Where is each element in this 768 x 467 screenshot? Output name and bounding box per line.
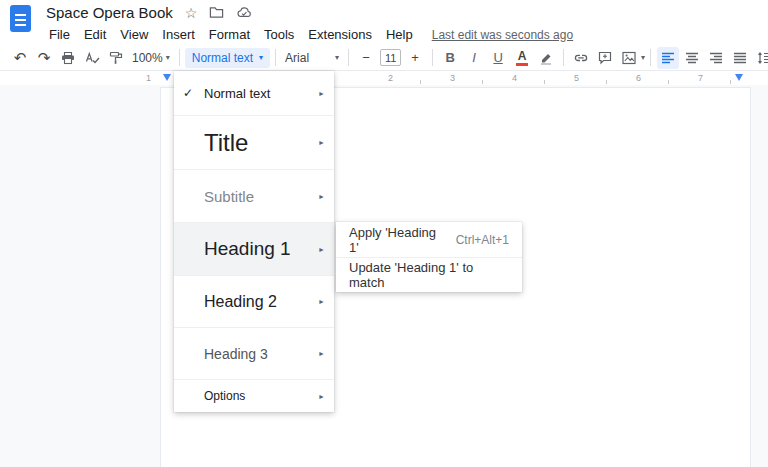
increase-font-size-button[interactable]: + (404, 47, 426, 69)
font-size-input[interactable]: 11 (380, 49, 401, 66)
style-menu-item-subtitle[interactable]: Subtitle ► (174, 169, 334, 222)
undo-button[interactable]: ↶ (9, 47, 31, 69)
toolbar-separator (563, 49, 564, 66)
style-menu-item-label: Subtitle (204, 188, 254, 205)
style-menu-item-label: Heading 2 (204, 293, 277, 311)
menu-format[interactable]: Format (202, 25, 257, 44)
style-menu-item-heading-2[interactable]: Heading 2 ► (174, 275, 334, 327)
style-menu-item-title[interactable]: Title ► (174, 115, 334, 169)
menu-view[interactable]: View (113, 25, 155, 44)
text-color-button[interactable]: A (511, 47, 533, 69)
align-left-button[interactable] (657, 47, 679, 69)
font-dropdown-arrow-icon: ▾ (335, 53, 339, 62)
ruler-number: 7 (698, 72, 703, 85)
toolbar: ↶ ↷ 100% ▾ Normal text ▾ Arial ▾ − 11 + … (0, 45, 768, 71)
ruler[interactable]: 1 2 3 4 5 6 7 (0, 72, 768, 85)
menu-edit[interactable]: Edit (77, 25, 113, 44)
check-icon: ✓ (183, 86, 193, 100)
font-select[interactable]: Arial ▾ (281, 47, 343, 69)
submenu-arrow-icon: ► (318, 298, 325, 305)
style-menu-item-heading-3[interactable]: Heading 3 ► (174, 327, 334, 379)
styles-dropdown-menu: ✓ Normal text ► Title ► Subtitle ► Headi… (174, 71, 334, 412)
ruler-number: 4 (512, 72, 517, 85)
menu-tools[interactable]: Tools (257, 25, 301, 44)
insert-link-button[interactable] (570, 47, 592, 69)
menubar: File Edit View Insert Format Tools Exten… (42, 25, 573, 44)
docs-logo-icon[interactable] (10, 5, 31, 32)
menu-extensions[interactable]: Extensions (301, 25, 379, 44)
paint-format-button[interactable] (105, 47, 127, 69)
zoom-select[interactable]: 100% ▾ (128, 47, 174, 69)
google-docs-app: Space Opera Book ☆ File Edit View Insert… (0, 0, 768, 467)
last-edit-status[interactable]: Last edit was seconds ago (432, 28, 573, 42)
toolbar-separator (179, 49, 180, 66)
ruler-number: 6 (636, 72, 641, 85)
spellcheck-button[interactable] (81, 47, 103, 69)
styles-select[interactable]: Normal text ▾ (185, 48, 270, 68)
italic-button[interactable]: I (463, 47, 485, 69)
menu-insert[interactable]: Insert (155, 25, 202, 44)
menu-file[interactable]: File (42, 25, 77, 44)
ruler-number: 3 (450, 72, 455, 85)
print-button[interactable] (57, 47, 79, 69)
style-menu-item-label: Heading 3 (204, 346, 268, 362)
move-folder-icon[interactable] (209, 5, 224, 20)
style-menu-item-label: Heading 1 (204, 238, 291, 260)
cloud-saved-icon[interactable] (236, 5, 252, 20)
menu-help[interactable]: Help (379, 25, 420, 44)
submenu-arrow-icon: ► (318, 90, 325, 97)
submenu-arrow-icon: ► (318, 393, 325, 400)
toolbar-separator (348, 49, 349, 66)
toolbar-separator (432, 49, 433, 66)
align-justify-button[interactable] (729, 47, 751, 69)
highlight-color-button[interactable] (535, 47, 557, 69)
align-center-button[interactable] (681, 47, 703, 69)
bold-button[interactable]: B (439, 47, 461, 69)
submenu-item-apply-heading-1[interactable]: Apply 'Heading 1' Ctrl+Alt+1 (336, 222, 522, 257)
add-comment-button[interactable] (594, 47, 616, 69)
style-menu-item-heading-1[interactable]: Heading 1 ► (174, 222, 334, 275)
style-menu-item-label: Normal text (204, 86, 270, 101)
ruler-number: 5 (574, 72, 579, 85)
toolbar-separator (275, 49, 276, 66)
right-indent-marker[interactable] (735, 74, 743, 81)
text-color-swatch (516, 63, 528, 66)
redo-button[interactable]: ↷ (33, 47, 55, 69)
style-menu-item-label: Title (204, 129, 248, 157)
align-right-button[interactable] (705, 47, 727, 69)
submenu-arrow-icon: ► (318, 139, 325, 146)
ruler-number: 1 (146, 72, 151, 85)
underline-button[interactable]: U (487, 47, 509, 69)
style-menu-item-options[interactable]: Options ► (174, 379, 334, 412)
submenu-arrow-icon: ► (318, 246, 325, 253)
decrease-font-size-button[interactable]: − (355, 47, 377, 69)
ruler-number: 2 (388, 72, 393, 85)
shortcut-label: Ctrl+Alt+1 (456, 233, 509, 247)
insert-image-dropdown-arrow-icon[interactable]: ▾ (641, 53, 645, 62)
line-spacing-button[interactable] (753, 47, 768, 69)
submenu-arrow-icon: ► (318, 350, 325, 357)
star-icon[interactable]: ☆ (185, 5, 198, 21)
submenu-arrow-icon: ► (318, 193, 325, 200)
left-indent-marker[interactable] (163, 74, 171, 81)
style-menu-item-normal-text[interactable]: ✓ Normal text ► (174, 71, 334, 115)
document-title[interactable]: Space Opera Book (46, 4, 173, 21)
style-menu-item-label: Options (204, 389, 245, 403)
insert-image-button[interactable] (618, 47, 640, 69)
zoom-dropdown-arrow-icon: ▾ (166, 53, 170, 62)
heading-1-submenu: Apply 'Heading 1' Ctrl+Alt+1 Update 'Hea… (336, 222, 522, 292)
toolbar-separator (650, 49, 651, 66)
submenu-item-update-heading-1[interactable]: Update 'Heading 1' to match (336, 257, 522, 292)
styles-dropdown-arrow-icon: ▾ (259, 53, 263, 62)
titlebar: Space Opera Book ☆ File Edit View Insert… (0, 0, 768, 45)
